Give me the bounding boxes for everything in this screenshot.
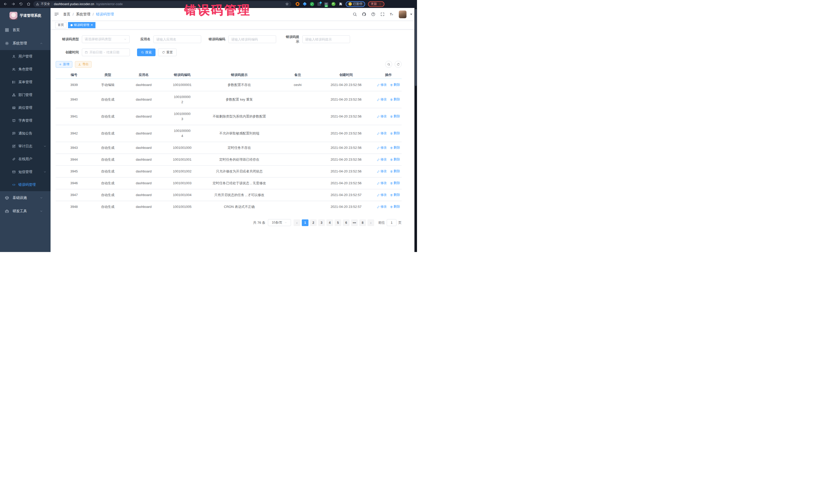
- cell-id: 3943: [56, 144, 92, 152]
- page-button[interactable]: •••: [351, 219, 358, 226]
- tag-error-code[interactable]: 错误码管理 ✕: [68, 22, 95, 28]
- cell-id: 3944: [56, 155, 92, 164]
- hamburger-icon[interactable]: [54, 12, 59, 17]
- sidebar-item-home[interactable]: 首页: [0, 23, 50, 37]
- app-name-input[interactable]: [156, 38, 198, 41]
- delete-link[interactable]: 删除: [390, 193, 400, 197]
- export-button[interactable]: 导出: [75, 61, 92, 68]
- edit-link[interactable]: 修改: [377, 157, 387, 162]
- page-button[interactable]: 5: [335, 219, 341, 226]
- edit-link[interactable]: 修改: [377, 82, 387, 87]
- sidebar-item-menus[interactable]: 菜单管理: [0, 76, 50, 89]
- browser-reload-button[interactable]: [18, 1, 24, 7]
- cell-code: 1001001002: [164, 167, 200, 176]
- scrollbar-thumb[interactable]: [415, 9, 417, 86]
- sidebar-item-notice[interactable]: 通知公告: [0, 127, 50, 140]
- sidebar-logo[interactable]: 芋道管理系统: [0, 8, 50, 23]
- page-button[interactable]: 1: [302, 219, 308, 226]
- breadcrumb-home[interactable]: 首页: [63, 12, 70, 17]
- breadcrumb-system[interactable]: 系统管理: [76, 12, 90, 17]
- sidebar-item-roles[interactable]: 角色管理: [0, 63, 50, 76]
- browser-home-button[interactable]: [26, 1, 31, 7]
- reset-button[interactable]: 重置: [158, 48, 177, 56]
- edit-link[interactable]: 修改: [377, 181, 387, 185]
- page-button[interactable]: ‹: [293, 219, 300, 226]
- sidebar-item-sms[interactable]: 短信管理: [0, 166, 50, 178]
- extension-check-icon[interactable]: ✓: [310, 2, 314, 6]
- delete-link[interactable]: 删除: [390, 82, 400, 87]
- cell-app: dashboard: [123, 179, 164, 187]
- extension-target-icon[interactable]: [295, 2, 300, 6]
- edit-link[interactable]: 修改: [377, 193, 387, 197]
- sidebar-item-posts[interactable]: 岗位管理: [0, 101, 50, 114]
- sidebar-item-error-code[interactable]: 错误码管理: [0, 178, 50, 191]
- browser-update-button[interactable]: 更新: [368, 1, 385, 7]
- goto-label: 前往: [378, 220, 385, 225]
- sidebar-item-dict[interactable]: 字典管理: [0, 114, 50, 127]
- page-button[interactable]: 8: [359, 219, 366, 226]
- tag-home[interactable]: 首页: [55, 22, 66, 28]
- toggle-search-button[interactable]: [385, 61, 392, 68]
- page-button[interactable]: 6: [343, 219, 350, 226]
- extensions-puzzle-icon[interactable]: [338, 2, 343, 6]
- user-avatar[interactable]: [399, 10, 407, 18]
- extension-key-icon[interactable]: [331, 2, 336, 6]
- delete-link[interactable]: 删除: [390, 157, 400, 162]
- error-code-input[interactable]: [231, 38, 273, 41]
- browser-back-button[interactable]: [3, 1, 8, 7]
- page-size-select[interactable]: 10条/页: [268, 219, 291, 226]
- page-button[interactable]: 3: [318, 219, 325, 226]
- goto-page-input[interactable]: [387, 219, 396, 226]
- sidebar-item-system[interactable]: 系统管理: [0, 37, 50, 50]
- error-msg-input[interactable]: [305, 38, 347, 41]
- page-button[interactable]: ›: [368, 219, 374, 226]
- delete-link[interactable]: 删除: [390, 114, 400, 119]
- fullscreen-icon[interactable]: [380, 12, 385, 17]
- edit-link[interactable]: 修改: [377, 169, 387, 174]
- sidebar-item-infra[interactable]: 基础设施: [0, 191, 50, 204]
- header-search-icon[interactable]: [353, 12, 357, 17]
- edit-link[interactable]: 修改: [377, 145, 387, 150]
- tag-close-icon[interactable]: ✕: [91, 23, 93, 27]
- delete-link[interactable]: 删除: [390, 181, 400, 185]
- bookmark-star-icon[interactable]: [285, 2, 289, 6]
- column-header-app: 应用名: [123, 73, 164, 77]
- edit-link[interactable]: 修改: [377, 131, 387, 136]
- edit-icon: [377, 170, 380, 173]
- sidebar-item-audit-log[interactable]: 审计日志: [0, 140, 50, 153]
- extension-list-icon[interactable]: on: [324, 2, 328, 6]
- sidebar-item-label: 短信管理: [19, 170, 32, 174]
- refresh-table-button[interactable]: [395, 61, 402, 68]
- page-button[interactable]: 2: [310, 219, 317, 226]
- github-icon[interactable]: [362, 12, 366, 17]
- error-code-type-select[interactable]: 请选择错误码类型: [82, 36, 130, 43]
- cell-remark: [279, 182, 317, 185]
- help-icon[interactable]: [371, 12, 375, 17]
- delete-link[interactable]: 删除: [390, 169, 400, 174]
- browser-menu-icon[interactable]: [378, 3, 381, 6]
- breadcrumb-error-code[interactable]: 错误码管理: [96, 12, 114, 17]
- browser-forward-button[interactable]: [10, 1, 16, 7]
- date-range-picker[interactable]: 开始日期 - 结束日期: [82, 48, 130, 56]
- delete-link[interactable]: 删除: [390, 97, 400, 102]
- extension-gem-icon[interactable]: [303, 2, 307, 6]
- sidebar-item-depts[interactable]: 部门管理: [0, 89, 50, 101]
- search-button[interactable]: 搜索: [137, 48, 155, 56]
- delete-link[interactable]: 删除: [390, 145, 400, 150]
- extension-grid-icon[interactable]: [317, 2, 321, 6]
- sidebar-item-online-users[interactable]: 在线用户: [0, 153, 50, 166]
- font-size-icon[interactable]: TT: [390, 12, 394, 17]
- address-bar[interactable]: 不安全 dashboard.yudao.iocoder.cn/system/er…: [34, 1, 291, 7]
- edit-link[interactable]: 修改: [377, 204, 387, 209]
- page-button[interactable]: 4: [326, 219, 333, 226]
- avatar-caret-icon[interactable]: [409, 12, 413, 17]
- sidebar-item-devtools[interactable]: 研发工具: [0, 204, 50, 218]
- delete-link[interactable]: 删除: [390, 131, 400, 136]
- sidebar-item-users[interactable]: 用户管理: [0, 50, 50, 63]
- edit-link[interactable]: 修改: [377, 97, 387, 102]
- profile-paused-chip[interactable]: 已暂停: [346, 1, 365, 7]
- add-button[interactable]: 新增: [56, 61, 72, 68]
- trash-icon: [390, 132, 393, 135]
- edit-link[interactable]: 修改: [377, 114, 387, 119]
- delete-link[interactable]: 删除: [390, 204, 400, 209]
